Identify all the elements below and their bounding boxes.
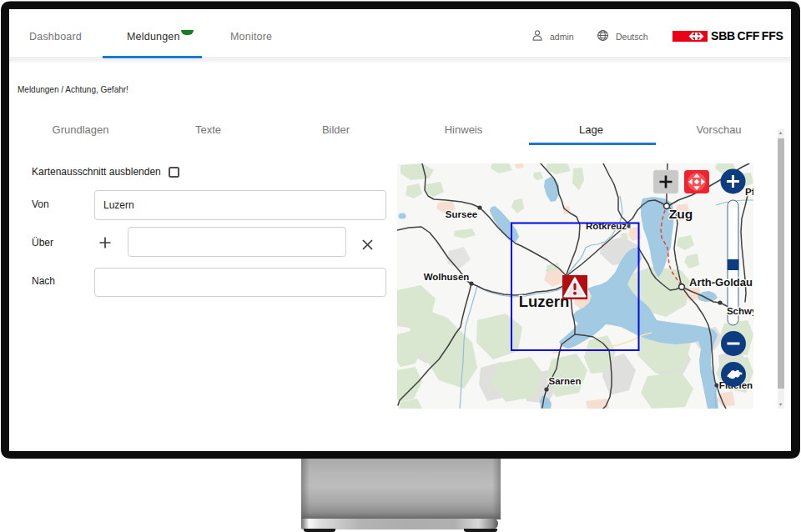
- svg-text:Sarnen: Sarnen: [549, 376, 582, 386]
- svg-text:Pf: Pf: [745, 187, 753, 197]
- svg-text:Schwyz: Schwyz: [727, 306, 753, 316]
- svg-text:Arth-Goldau: Arth-Goldau: [689, 276, 753, 289]
- svg-text:Wolhusen: Wolhusen: [424, 272, 470, 282]
- svg-text:Zug: Zug: [669, 207, 693, 221]
- svg-text:Luzern: Luzern: [519, 293, 570, 310]
- svg-text:Sursee: Sursee: [446, 209, 477, 219]
